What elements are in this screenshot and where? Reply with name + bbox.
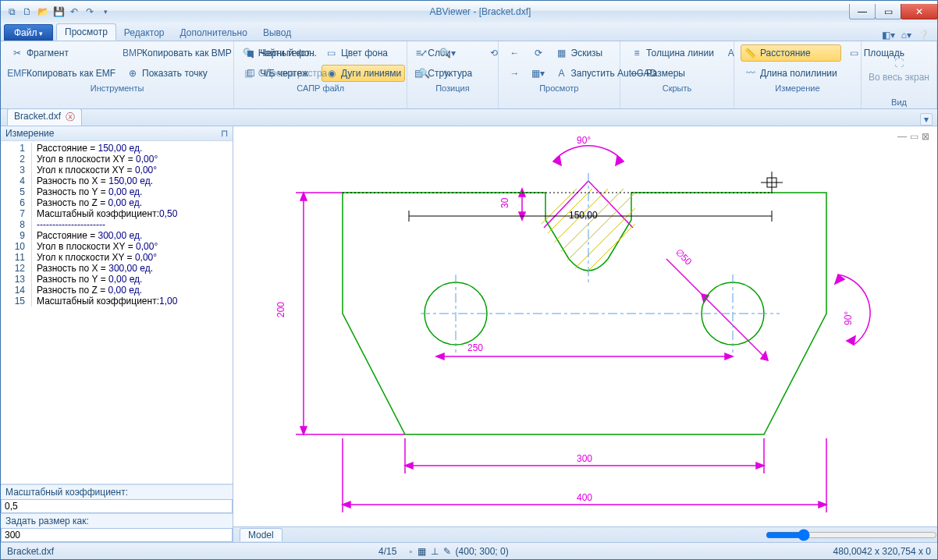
dim-250: 250 <box>467 342 483 353</box>
svg-marker-21 <box>553 156 561 165</box>
ribbon-item-5-0[interactable]: 📏Расстояние <box>741 44 841 62</box>
ribbon-group-label: САПР файл <box>240 82 400 93</box>
ribbon-icon: ▦ <box>556 47 568 59</box>
close-button[interactable]: ✕ <box>901 4 938 19</box>
measurement-panel: Измерение ⊓ 1Расстояние = 150,00 ед.2Уго… <box>1 126 233 542</box>
measurement-line: Угол в плоскости XY = 0,00° <box>32 154 158 165</box>
ribbon-item-2-1[interactable]: 🔍 <box>414 65 434 82</box>
ribbon-tabs: Файл ПросмотрРедакторДополнительноВывод … <box>1 23 937 41</box>
svg-marker-12 <box>725 353 733 360</box>
measurement-line: Разность по Z = 0,00 ед. <box>32 197 142 208</box>
ribbon-item-1-2[interactable]: ▭Цвет фона <box>322 44 405 62</box>
ribbon-icon: EMF <box>11 67 23 80</box>
document-tab[interactable]: Bracket.dxf ⓧ <box>7 108 82 126</box>
ribbon-item-3-0[interactable]: ← <box>505 44 525 62</box>
svg-marker-22 <box>616 156 624 165</box>
help-icon[interactable]: ❔ <box>918 30 929 41</box>
ribbon-item-1-3[interactable]: ◉Дуги линиями <box>322 65 405 82</box>
ribbon-item-2-0[interactable]: ⤢ <box>414 44 434 62</box>
dim-200: 200 <box>275 302 286 317</box>
svg-marker-11 <box>436 353 444 360</box>
ribbon-icon: ▦▾ <box>532 67 545 80</box>
ribbon-tab-3[interactable]: Вывод <box>255 25 299 41</box>
qat-dropdown-icon[interactable]: ▾ <box>99 5 112 18</box>
ribbon-icon: ◼ <box>244 47 257 59</box>
ribbon-item-0-3[interactable]: ⊕Показать точку <box>123 65 236 82</box>
ribbon-item-0-2[interactable]: BMPКопировать как BMP <box>123 44 236 62</box>
ribbon-item-0-5[interactable]: ▦Обрезка растра <box>239 65 332 82</box>
ortho-icon[interactable]: ⊥ <box>431 546 439 557</box>
osnap-icon[interactable]: ✎ <box>443 546 451 557</box>
ribbon-tab-2[interactable]: Дополнительно <box>172 25 255 41</box>
ribbon-icon: ▭ <box>325 47 338 59</box>
ribbon-item-4-1[interactable]: ⟷Размеры <box>627 65 718 82</box>
drawing-canvas[interactable]: — ▭ ⊠ <box>233 126 937 542</box>
ribbon-item-2-2[interactable]: 🔍▾ <box>437 44 457 62</box>
ribbon-icon: ⟷ <box>631 67 643 80</box>
status-dim: 480,0042 x 320,754 x 0 <box>833 546 931 557</box>
measurement-line: ---------------------- <box>32 219 105 230</box>
svg-marker-29 <box>847 336 855 345</box>
ribbon-item-3-3[interactable]: ▦▾ <box>528 65 549 82</box>
app-icon[interactable]: ⧉ <box>5 5 18 18</box>
qat-open-icon[interactable]: 📂 <box>37 5 49 18</box>
status-coord: (400; 300; 0) <box>456 546 509 557</box>
model-tab[interactable]: Model <box>240 528 282 541</box>
document-tab-label: Bracket.dxf <box>14 111 61 124</box>
scale-input[interactable] <box>1 499 233 513</box>
grid-icon[interactable]: ▦ <box>417 546 426 557</box>
measurement-line: Разность по Y = 0,00 ед. <box>32 274 142 285</box>
svg-marker-26 <box>761 352 768 360</box>
minimize-button[interactable]: — <box>849 4 876 19</box>
dim-angle-right: 90° <box>843 311 854 325</box>
doctabs-dropdown-icon[interactable]: ▾ <box>920 113 933 126</box>
setsize-input[interactable] <box>1 528 233 542</box>
scale-label: Масштабный коэффициент: <box>1 484 233 499</box>
ribbon-item-5-1[interactable]: 〰Длина полилинии <box>741 65 841 82</box>
file-menu[interactable]: Файл <box>4 24 53 41</box>
measurement-list: 1Расстояние = 150,00 ед.2Угол в плоскост… <box>1 141 233 484</box>
snap-icon[interactable]: ◦ <box>409 546 412 557</box>
ribbon-tab-0[interactable]: Просмотр <box>56 23 116 41</box>
svg-line-34 <box>530 142 686 298</box>
ribbon-item-1-0[interactable]: ◼Черный фон <box>240 44 318 62</box>
svg-line-24 <box>588 181 633 228</box>
measurement-line: Угол к плоскости XY = 0,00° <box>32 165 157 175</box>
ribbon-group-label: Измерение <box>741 82 855 93</box>
ribbon-item-6-0[interactable]: ⛶Во весь экран <box>868 44 930 96</box>
ribbon-icon <box>464 67 477 80</box>
home-dropdown-icon[interactable]: ⌂▾ <box>901 30 911 41</box>
qat-new-icon[interactable]: 🗋 <box>21 5 34 18</box>
qat-undo-icon[interactable]: ↶ <box>68 5 80 18</box>
ribbon-item-2-5[interactable] <box>460 65 481 82</box>
ribbon-icon: ⊕ <box>126 67 139 80</box>
ribbon-group-label: Скрыть <box>627 82 727 93</box>
svg-marker-2 <box>819 502 826 508</box>
style-dropdown-icon[interactable]: ◧▾ <box>882 30 895 41</box>
svg-marker-15 <box>300 427 307 434</box>
ribbon-item-0-0[interactable]: ✂Фрагмент <box>7 44 119 62</box>
ribbon-item-3-1[interactable]: → <box>505 65 525 82</box>
measurement-line: Угол в плоскости XY = 0,00° <box>32 241 158 252</box>
pin-icon[interactable]: ⊓ <box>221 128 228 139</box>
ribbon-item-4-0[interactable]: ≡Толщина линии <box>627 44 718 62</box>
svg-line-25 <box>666 259 768 360</box>
ribbon-item-3-2[interactable]: ⟳ <box>528 44 549 62</box>
svg-marker-6 <box>405 463 413 469</box>
maximize-button[interactable]: ▭ <box>875 4 901 19</box>
svg-line-37 <box>538 150 694 306</box>
measurement-line: Расстояние = 300,00 ед. <box>32 230 142 241</box>
measurement-line: Разность по Y = 0,00 ед. <box>32 186 142 197</box>
qat-save-icon[interactable]: 💾 <box>52 5 65 18</box>
close-tab-icon[interactable]: ⓧ <box>66 111 75 124</box>
measurement-line: Расстояние = 150,00 ед. <box>32 143 142 154</box>
ribbon-icon: ✂ <box>11 47 23 59</box>
ribbon-item-0-1[interactable]: EMFКопировать как EMF <box>7 65 119 82</box>
ribbon-group-label: Вид <box>868 96 930 107</box>
zoom-slider[interactable] <box>766 529 937 541</box>
ribbon-group-label: Позиция <box>414 82 491 93</box>
ribbon-tab-1[interactable]: Редактор <box>116 25 172 41</box>
ribbon-item-2-3[interactable]: ⤡ <box>437 65 457 82</box>
ribbon-item-2-4[interactable] <box>460 44 481 62</box>
qat-redo-icon[interactable]: ↷ <box>83 5 96 18</box>
